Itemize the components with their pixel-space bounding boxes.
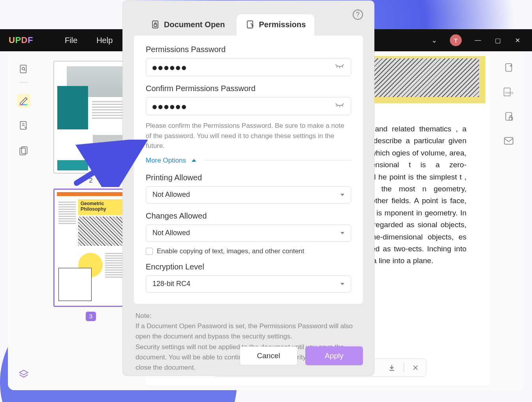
- enable-copying-checkbox-row[interactable]: Enable copying of text, images, and othe…: [146, 247, 351, 255]
- confirm-password-input[interactable]: ●●●●●●: [146, 97, 351, 115]
- menu-help[interactable]: Help: [96, 36, 113, 45]
- confirm-helper-text: Please confirm the Permissions Password.…: [146, 121, 351, 151]
- security-settings-modal: ? Document Open Permissions Permissions …: [123, 1, 374, 376]
- svg-rect-2: [20, 104, 28, 105]
- encryption-level-select[interactable]: 128-bit RC4: [146, 275, 351, 293]
- svg-rect-0: [20, 65, 26, 73]
- modal-actions: Cancel Apply: [240, 346, 363, 365]
- divider-line: [204, 160, 351, 161]
- document-pen-icon: [245, 20, 255, 29]
- modal-tabs: Document Open Permissions: [123, 1, 374, 36]
- more-options-label: More Options: [146, 157, 186, 165]
- tab-label: Permissions: [259, 20, 306, 29]
- reveal-password-icon[interactable]: [335, 103, 344, 110]
- confirm-password-label: Confirm Permissions Password: [146, 84, 351, 93]
- permissions-password-label: Permissions Password: [146, 45, 351, 54]
- avatar[interactable]: T: [450, 34, 462, 46]
- chevron-down-icon[interactable]: ⌄: [431, 36, 437, 45]
- permissions-card: Permissions Password ●●●●●● Confirm Perm…: [134, 36, 363, 304]
- lock-document-icon[interactable]: [502, 110, 515, 123]
- pages-icon[interactable]: [17, 144, 31, 158]
- reveal-password-icon[interactable]: [335, 64, 344, 71]
- enable-copying-label: Enable copying of text, images, and othe…: [157, 247, 304, 255]
- triangle-up-icon: [192, 159, 196, 162]
- menu-bar: File Help: [65, 36, 113, 45]
- close-icon[interactable]: [412, 364, 419, 371]
- edit-document-icon[interactable]: [17, 119, 31, 133]
- right-toolbar: PDF/A: [493, 51, 524, 390]
- highlight-tool-icon[interactable]: [17, 93, 31, 108]
- changes-allowed-label: Changes Allowed: [146, 211, 351, 221]
- page-number-2: 2: [47, 177, 135, 185]
- search-page-icon[interactable]: [17, 62, 31, 77]
- svg-rect-13: [154, 24, 157, 26]
- window-minimize-icon[interactable]: —: [474, 37, 481, 44]
- permissions-password-input[interactable]: ●●●●●●: [146, 58, 351, 76]
- caret-down-icon: [340, 283, 344, 285]
- apply-button[interactable]: Apply: [305, 346, 363, 365]
- menu-file[interactable]: File: [65, 36, 77, 45]
- help-icon[interactable]: ?: [353, 9, 363, 20]
- password-dots: ●●●●●●: [152, 63, 188, 71]
- svg-rect-6: [506, 64, 511, 71]
- page-thumbnail-2[interactable]: [53, 61, 128, 174]
- mail-icon[interactable]: [502, 134, 515, 148]
- toolbar-divider: [404, 363, 404, 372]
- download-icon[interactable]: [388, 364, 396, 372]
- svg-text:PDF/A: PDF/A: [505, 92, 513, 94]
- select-value: Not Allowed: [152, 229, 190, 237]
- document-lock-icon: [150, 20, 160, 29]
- svg-rect-11: [504, 137, 513, 144]
- checkbox-icon[interactable]: [146, 248, 153, 255]
- window-close-icon[interactable]: ✕: [514, 37, 521, 44]
- app-logo: UPDF: [9, 35, 33, 45]
- svg-rect-9: [506, 112, 511, 120]
- page-number-3: 3: [86, 312, 96, 321]
- pdfa-icon[interactable]: PDF/A: [502, 85, 515, 99]
- tab-document-open[interactable]: Document Open: [142, 14, 233, 36]
- select-value: 128-bit RC4: [152, 280, 190, 288]
- select-value: Not Allowed: [152, 191, 190, 199]
- printing-allowed-select[interactable]: Not Allowed: [146, 186, 351, 204]
- password-dots: ●●●●●●: [152, 102, 188, 110]
- caret-down-icon: [340, 194, 344, 196]
- caret-down-icon: [340, 232, 344, 234]
- encryption-level-label: Encryption Level: [146, 262, 351, 271]
- toolbar-divider: [19, 82, 28, 82]
- tab-permissions[interactable]: Permissions: [237, 14, 314, 36]
- note-heading: Note:: [135, 311, 361, 321]
- window-maximize-icon[interactable]: ▢: [494, 37, 501, 44]
- more-options-toggle[interactable]: More Options: [146, 157, 351, 165]
- left-toolbar: [8, 51, 39, 390]
- layers-icon[interactable]: [17, 367, 31, 381]
- cancel-button[interactable]: Cancel: [240, 346, 297, 365]
- export-icon[interactable]: [502, 61, 515, 74]
- page-thumbnail-3[interactable]: Geometric Philosophy: [53, 189, 128, 307]
- changes-allowed-select[interactable]: Not Allowed: [146, 224, 351, 242]
- printing-allowed-label: Printing Allowed: [146, 173, 351, 182]
- tab-label: Document Open: [164, 20, 225, 29]
- thumb-title: Geometric Philosophy: [78, 199, 126, 215]
